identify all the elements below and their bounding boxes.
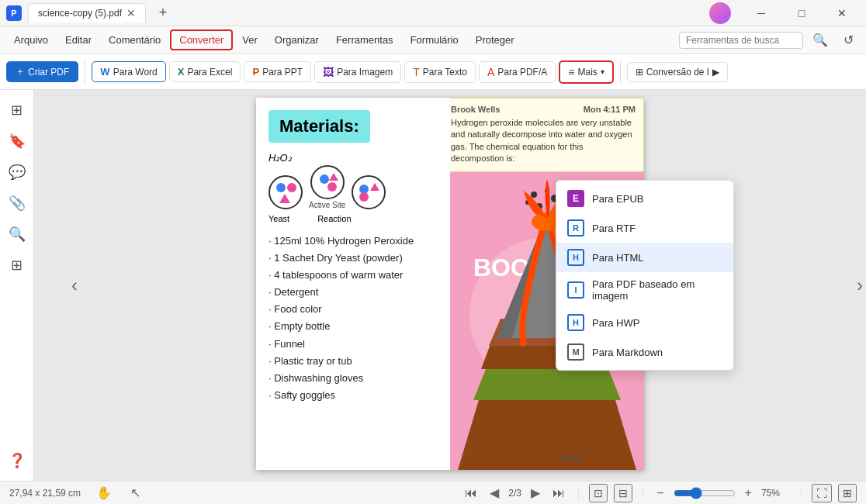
- toolbar-separator-1: [85, 60, 85, 84]
- cursor-tool[interactable]: ✋: [93, 484, 115, 502]
- para-ppt-button[interactable]: P Para PPT: [244, 61, 311, 82]
- html-label: Para HTML: [592, 252, 643, 264]
- menu-converter[interactable]: Converter: [170, 29, 233, 50]
- mais-icon: ≡: [568, 66, 574, 78]
- new-tab-button[interactable]: +: [152, 2, 174, 24]
- list-item: 4 tablespoons of warm water: [268, 267, 438, 284]
- criar-pdf-icon: ＋: [16, 65, 25, 78]
- active-tab[interactable]: science-copy (5).pdf ✕: [28, 3, 146, 22]
- para-texto-button[interactable]: T Para Texto: [404, 61, 476, 83]
- dropdown-item-pdf-image[interactable]: I Para PDF baseado em imagem: [556, 272, 733, 308]
- mais-label: Mais: [577, 67, 597, 78]
- criar-pdf-label: Criar PDF: [28, 67, 69, 78]
- dropdown-item-epub[interactable]: E Para EPUB: [556, 184, 733, 213]
- next-page-arrow[interactable]: ›: [857, 274, 863, 296]
- comment-text: Hydrogen peroxide molecules are very uns…: [451, 117, 636, 165]
- dropdown-menu: E Para EPUB R Para RTF H Para HTML I Par…: [556, 180, 734, 371]
- avatar[interactable]: [709, 2, 731, 24]
- h2o2-label: H₂O₂: [268, 152, 292, 164]
- comment-time: Mon 4:11 PM: [584, 105, 636, 114]
- dropdown-item-rtf[interactable]: R Para RTF: [556, 213, 733, 243]
- refresh-icon[interactable]: ↺: [837, 29, 860, 50]
- hwp-label: Para HWP: [592, 317, 639, 329]
- maximize-button[interactable]: □: [784, 1, 819, 26]
- dot-pink-1: [287, 183, 296, 192]
- ppt-icon: P: [252, 66, 259, 78]
- epub-label: Para EPUB: [592, 193, 643, 205]
- menu-arquivo[interactable]: Arquivo: [6, 31, 56, 49]
- zoom-out-button[interactable]: −: [653, 485, 667, 502]
- rtf-icon: R: [567, 219, 584, 236]
- tab-title: science-copy (5).pdf: [38, 8, 122, 19]
- close-button[interactable]: ✕: [824, 1, 860, 26]
- mais-button[interactable]: ≡ Mais ▾: [559, 60, 614, 84]
- content-area: ‹ › Materials: H₂O₂: [34, 90, 866, 481]
- minimize-button[interactable]: ─: [743, 1, 779, 26]
- triangle-3: [370, 183, 379, 191]
- status-bar: 27,94 x 21,59 cm ✋ ↖ ⏮ ◀ 2/3 ▶ ⏭ | ⊡ ⊟ |…: [0, 481, 866, 504]
- reaction-diagram: H₂O₂: [268, 152, 438, 223]
- nav-next-button[interactable]: ▶: [528, 484, 543, 502]
- tab-close-button[interactable]: ✕: [126, 7, 136, 19]
- para-word-label: Para Word: [113, 67, 158, 78]
- yeast-label: Yeast: [268, 214, 289, 223]
- search-icon[interactable]: 🔍: [806, 29, 834, 50]
- svg-marker-3: [458, 392, 636, 470]
- dropdown-item-hwp[interactable]: H Para HWP: [556, 308, 733, 337]
- sidebar-layers-icon[interactable]: ⊞: [3, 251, 31, 279]
- zoom-slider-container: [674, 487, 736, 499]
- title-bar-right: ─ □ ✕: [709, 1, 860, 26]
- menu-ver[interactable]: Ver: [234, 31, 265, 49]
- total-pages: 3: [516, 488, 521, 499]
- select-tool[interactable]: ↖: [127, 484, 144, 502]
- para-pdfa-button[interactable]: A Para PDF/A: [479, 61, 556, 83]
- mol-body-2: [310, 165, 345, 199]
- triangle-1: [279, 194, 290, 203]
- para-excel-button[interactable]: X Para Excel: [169, 61, 241, 82]
- menu-proteger[interactable]: Proteger: [468, 31, 522, 49]
- sidebar-search-icon[interactable]: 🔍: [3, 220, 31, 248]
- para-word-button[interactable]: W Para Word: [92, 61, 165, 82]
- sidebar-home-icon[interactable]: ⊞: [3, 96, 31, 124]
- split-view-button[interactable]: ⊞: [838, 484, 857, 502]
- menu-comentario[interactable]: Comentário: [101, 31, 168, 49]
- fit-page-button[interactable]: ⊡: [589, 484, 608, 502]
- html-icon: H: [567, 249, 584, 266]
- menu-organizar[interactable]: Organizar: [267, 31, 327, 49]
- zoom-in-button[interactable]: +: [742, 485, 755, 502]
- criar-pdf-button[interactable]: ＋ Criar PDF: [6, 61, 78, 82]
- menu-editar[interactable]: Editar: [57, 31, 99, 49]
- window-controls: ─ □ ✕: [743, 1, 860, 26]
- mol-body-3: [352, 175, 386, 209]
- list-item: Detergent: [268, 284, 438, 301]
- para-imagem-label: Para Imagem: [337, 67, 393, 78]
- prev-page-arrow[interactable]: ‹: [71, 274, 78, 296]
- comment-author: Brook Wells: [451, 105, 500, 114]
- menu-formulario[interactable]: Formulário: [403, 31, 466, 49]
- search-input[interactable]: [679, 32, 803, 49]
- fit-width-button[interactable]: ⊟: [614, 484, 632, 502]
- epub-icon: E: [567, 190, 584, 207]
- menu-ferramentas[interactable]: Ferramentas: [328, 31, 401, 49]
- fullscreen-button[interactable]: ⛶: [812, 484, 832, 502]
- comment-header: Brook Wells Mon 4:11 PM: [451, 105, 636, 114]
- para-pdfa-label: Para PDF/A: [497, 67, 547, 78]
- para-imagem-button[interactable]: 🖼 Para Imagem: [314, 61, 401, 83]
- list-item: Funnel: [268, 336, 438, 353]
- zoom-slider[interactable]: [674, 487, 736, 499]
- dropdown-item-markdown[interactable]: M Para Markdown: [556, 337, 733, 367]
- conversao-arrow-icon: ▶: [712, 67, 719, 78]
- list-item: Food color: [268, 301, 438, 318]
- dropdown-item-html[interactable]: H Para HTML: [556, 243, 733, 272]
- nav-first-button[interactable]: ⏮: [462, 485, 480, 502]
- list-item: 1 Sachet Dry Yeast (powder): [268, 250, 438, 267]
- nav-prev-button[interactable]: ◀: [487, 484, 502, 502]
- sidebar-help-icon[interactable]: ❓: [3, 447, 31, 475]
- sidebar-bookmark-icon[interactable]: 🔖: [3, 127, 31, 155]
- conversao-button[interactable]: ⊞ Conversão de I ▶: [627, 62, 728, 82]
- markdown-label: Para Markdown: [592, 347, 663, 358]
- title-bar-left: P science-copy (5).pdf ✕ +: [6, 2, 174, 24]
- sidebar-comment-icon[interactable]: 💬: [3, 158, 31, 186]
- sidebar-attachment-icon[interactable]: 📎: [3, 189, 31, 217]
- nav-last-button[interactable]: ⏭: [549, 485, 568, 502]
